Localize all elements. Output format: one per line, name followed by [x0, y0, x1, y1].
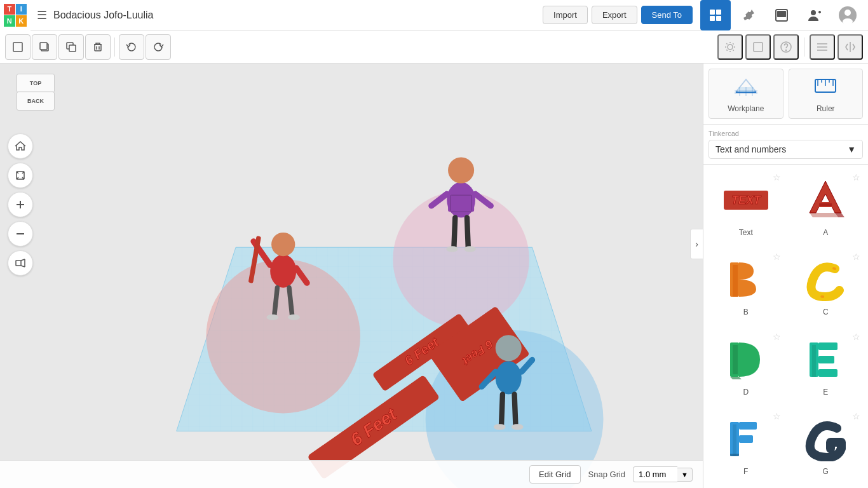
redo-button[interactable]: [146, 34, 171, 60]
add-user-icon[interactable]: [799, 0, 830, 30]
svg-line-74: [467, 218, 468, 248]
svg-rect-17: [95, 44, 101, 51]
shape-category: Tinkercad Text and numbers ▼: [703, 125, 868, 165]
right-panel: Workplane Ruler Tinkercad: [703, 64, 868, 488]
svg-rect-5: [777, 11, 786, 17]
shape-label-g: G: [823, 467, 829, 476]
shape-item-f[interactable]: ☆ F: [709, 409, 783, 483]
note-button[interactable]: [745, 34, 771, 60]
topbar: T I N K ☰ Bodacious Jofo-Luulia Import E…: [0, 0, 868, 30]
snap-grid-dropdown[interactable]: ▼: [677, 468, 693, 482]
user-avatar[interactable]: [832, 0, 863, 30]
workplane-tool[interactable]: Workplane: [709, 69, 783, 119]
help-button[interactable]: [773, 34, 799, 60]
svg-rect-113: [818, 356, 834, 363]
right-panel-tools: Workplane Ruler: [703, 64, 868, 125]
shape-item-text[interactable]: ☆ TEXT Text: [709, 170, 783, 244]
svg-line-63: [275, 288, 278, 316]
svg-text:TEXT: TEXT: [731, 194, 762, 207]
tools-icon[interactable]: [733, 0, 764, 30]
grid-view-icon[interactable]: [700, 0, 731, 30]
project-list-icon[interactable]: ☰: [31, 8, 53, 22]
svg-point-70: [448, 157, 474, 183]
shape-label-f: F: [743, 467, 748, 476]
shape-item-c[interactable]: ☆ C: [789, 249, 864, 323]
shape-item-g[interactable]: ☆ G: [789, 409, 864, 483]
scene-canvas[interactable]: 6 Feet 6 Feet 6 Feet: [0, 64, 703, 488]
svg-point-20: [728, 44, 733, 50]
mirror-button[interactable]: [837, 34, 863, 60]
svg-point-60: [271, 233, 295, 256]
ruler-icon: [813, 74, 838, 102]
shape-preview-d: [721, 334, 771, 385]
shape-label-a: A: [823, 228, 828, 237]
logo-t: T: [4, 4, 15, 15]
send-to-button[interactable]: Send To: [641, 6, 693, 24]
svg-rect-108: [733, 265, 738, 297]
shape-preview-b: [721, 254, 771, 305]
shape-label-b: B: [743, 308, 749, 316]
svg-rect-114: [818, 369, 837, 377]
shape-star-g[interactable]: ☆: [852, 411, 860, 421]
project-title: Bodacious Jofo-Luulia: [53, 10, 543, 21]
svg-line-64: [289, 288, 292, 316]
svg-rect-12: [13, 43, 22, 51]
logo-n: N: [4, 15, 15, 27]
logo-k: K: [16, 15, 27, 27]
svg-point-31: [786, 50, 787, 50]
shape-label-c: C: [823, 308, 829, 316]
svg-line-28: [726, 50, 727, 50]
shape-item-a[interactable]: ☆ A: [789, 170, 864, 244]
category-dropdown-arrow: ▼: [847, 144, 856, 154]
shape-star-f[interactable]: ☆: [773, 411, 781, 421]
svg-rect-16: [69, 45, 76, 51]
shape-item-b[interactable]: ☆ B: [709, 249, 783, 323]
svg-line-82: [501, 395, 503, 426]
category-select-dropdown[interactable]: Text and numbers ▼: [709, 140, 863, 159]
svg-line-73: [454, 218, 455, 248]
svg-point-10: [844, 10, 851, 16]
shape-preview-c: [800, 254, 851, 305]
3d-viewport[interactable]: TOP BACK: [0, 64, 703, 488]
svg-rect-29: [754, 43, 763, 51]
shape-star-b[interactable]: ☆: [773, 252, 781, 262]
toolbar-right-group: [717, 34, 863, 60]
shape-star-e[interactable]: ☆: [852, 332, 860, 342]
toolbar-separator-2: [804, 37, 804, 57]
new-design-button[interactable]: [5, 34, 31, 60]
svg-point-6: [811, 10, 816, 15]
align-button[interactable]: [810, 34, 835, 60]
ruler-tool[interactable]: Ruler: [789, 69, 864, 119]
svg-line-26: [733, 50, 733, 50]
svg-marker-106: [810, 213, 838, 217]
svg-line-25: [726, 43, 727, 44]
shape-star-d[interactable]: ☆: [773, 332, 781, 342]
light-button[interactable]: [717, 34, 743, 60]
gallery-icon[interactable]: [766, 0, 797, 30]
shape-star-a[interactable]: ☆: [852, 172, 860, 182]
delete-button[interactable]: [85, 34, 111, 60]
svg-point-84: [494, 424, 506, 430]
shape-item-e[interactable]: ☆ E: [789, 329, 864, 403]
import-button[interactable]: Import: [543, 6, 588, 24]
svg-line-27: [733, 43, 733, 44]
snap-grid-input[interactable]: [633, 466, 677, 482]
copy-button[interactable]: [58, 34, 84, 60]
shape-item-d[interactable]: ☆ D: [709, 329, 783, 403]
svg-rect-104: [819, 203, 832, 206]
panel-collapse-arrow[interactable]: ›: [690, 229, 703, 259]
undo-button[interactable]: [119, 34, 144, 60]
export-button[interactable]: Export: [592, 6, 637, 24]
edit-grid-button[interactable]: Edit Grid: [529, 465, 581, 484]
copy-document-button[interactable]: [32, 34, 57, 60]
shape-star-c[interactable]: ☆: [852, 252, 860, 262]
svg-point-79: [496, 335, 522, 361]
shape-label-text: Text: [739, 228, 753, 237]
toolbar-separator-1: [114, 37, 115, 57]
shape-star-text[interactable]: ☆: [773, 172, 781, 182]
header-actions: Import Export Send To: [543, 6, 693, 24]
svg-rect-14: [40, 43, 47, 50]
workplane-label: Workplane: [728, 104, 764, 113]
tinkercad-logo[interactable]: T I N K: [0, 0, 31, 30]
snap-grid-label: Snap Grid: [588, 470, 626, 479]
